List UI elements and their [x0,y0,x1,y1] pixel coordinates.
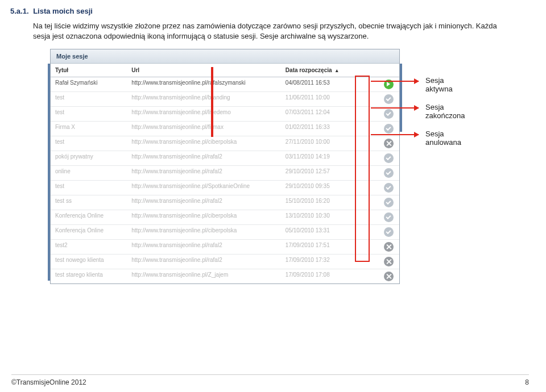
cell-title: test [51,92,127,107]
table-row[interactable]: Firma Xhttp://www.transmisjeonline.pl/fi… [51,122,399,136]
cell-date: 07/03/2011 12:04 [281,107,378,122]
cell-title: Konferencja Online [51,210,127,225]
col-url-header[interactable]: Url [127,64,281,77]
cell-url: http://www.transmisjeonline.pl/ciberpols… [127,210,281,225]
check-icon[interactable] [384,183,394,193]
cell-date: 05/10/2010 13:31 [281,225,378,240]
arrow-active [371,81,419,82]
sessions-table: Tytuł Url Data rozpoczęcia Rafał Szymańs… [51,64,399,283]
check-icon[interactable] [384,168,394,178]
cell-date: 04/08/2011 16:53 [281,77,378,92]
arrow-done [371,107,419,109]
cell-status [378,195,399,210]
close-icon[interactable] [384,257,394,266]
cell-url: http://www.transmisjeonline.pl/rafal2 [127,151,281,166]
table-row[interactable]: test sshttp://www.transmisjeonline.pl/ra… [51,195,399,210]
cell-url: http://www.transmisjeonline.pl/ciberpols… [127,136,281,151]
check-icon[interactable] [384,124,394,134]
cell-date: 03/11/2010 14:19 [281,151,378,166]
cell-date: 15/10/2010 16:20 [281,195,378,210]
cell-url: http://www.transmisjeonline.pl/ciberpols… [127,225,281,240]
cell-title: Firma X [51,122,127,136]
cell-date: 29/10/2010 09:35 [281,181,378,195]
cell-status [378,225,399,240]
cell-title: pokój prywatny [51,151,127,166]
section-title: Lista moich sesji [33,7,93,15]
cell-url: http://www.transmisjeonline.pl/rafal2 [127,166,281,181]
footer-copyright: ©TransmisjeOnline 2012 [11,378,86,386]
cell-status [378,210,399,225]
cell-title: online [51,166,127,181]
cell-status [378,92,399,107]
label-active: Sesja aktywna [425,76,453,93]
cell-title: test [51,181,127,195]
check-icon[interactable] [384,227,394,237]
table-row[interactable]: testhttp://www.transmisjeonline.pl/Spotk… [51,181,399,195]
cell-title: Konferencja Online [51,225,127,240]
table-row[interactable]: testhttp://www.transmisjeonline.pl/brand… [51,92,399,107]
label-cancel: Sesja anulowana [425,130,461,147]
cell-status [378,269,399,284]
cell-status [378,77,399,92]
cell-title: test nowego klienta [51,255,127,269]
cell-status [378,240,399,255]
section-number: 5.a.1. [10,7,29,15]
check-icon[interactable] [384,198,394,207]
cell-title: test starego klienta [51,269,127,284]
close-icon[interactable] [384,139,394,148]
cell-url: http://www.transmisjeonline.pl/livedemo [127,107,281,122]
table-row[interactable]: test starego klientahttp://www.transmisj… [51,269,399,284]
check-icon[interactable] [384,94,394,104]
check-icon[interactable] [384,153,394,163]
table-row[interactable]: test nowego klientahttp://www.transmisje… [51,255,399,269]
table-row[interactable]: Rafał Szymańskihttp://www.transmisjeonli… [51,77,399,92]
col-title-header[interactable]: Tytuł [51,64,127,77]
arrow-cancel [371,134,419,135]
table-row[interactable]: Konferencja Onlinehttp://www.transmisjeo… [51,210,399,225]
table-row[interactable]: Konferencja Onlinehttp://www.transmisjeo… [51,225,399,240]
cell-status [378,136,399,151]
cell-title: test [51,107,127,122]
cell-url: http://www.transmisjeonline.pl/rafal2 [127,240,281,255]
close-icon[interactable] [384,272,394,281]
cell-status [378,181,399,195]
check-icon[interactable] [384,212,394,222]
table-row[interactable]: onlinehttp://www.transmisjeonline.pl/raf… [51,166,399,181]
left-scroll-decor [48,64,50,281]
cell-title: Rafał Szymański [51,77,127,92]
section-body: Na tej liście widzimy wszystkie złożone … [33,21,499,41]
cell-date: 13/10/2010 10:30 [281,210,378,225]
cell-url: http://www.transmisjeonline.pl/rafalszym… [127,77,281,92]
cell-status [378,107,399,122]
page-number: 8 [525,378,529,386]
app-screenshot: Moje sesje Tytuł Url Data rozpoczęcia Ra… [50,49,400,284]
table-row[interactable]: testhttp://www.transmisjeonline.pl/lived… [51,107,399,122]
cell-status [378,151,399,166]
cell-date: 11/06/2011 10:00 [281,92,378,107]
cell-title: test ss [51,195,127,210]
table-row[interactable]: pokój prywatnyhttp://www.transmisjeonlin… [51,151,399,166]
label-done: Sesja zakończona [425,103,465,120]
cell-date: 17/09/2010 17:32 [281,255,378,269]
cell-url: http://www.transmisjeonline.pl/rafal2 [127,255,281,269]
close-icon[interactable] [384,242,394,252]
table-row[interactable]: testhttp://www.transmisjeonline.pl/ciber… [51,136,399,151]
cell-status [378,255,399,269]
check-icon[interactable] [384,109,394,119]
cell-status [378,166,399,181]
col-date-header[interactable]: Data rozpoczęcia [281,64,378,77]
table-row[interactable]: test2http://www.transmisjeonline.pl/rafa… [51,240,399,255]
cell-date: 27/11/2010 10:00 [281,136,378,151]
cell-title: test2 [51,240,127,255]
cell-title: test [51,136,127,151]
cell-date: 01/02/2011 16:33 [281,122,378,136]
cell-date: 17/09/2010 17:51 [281,240,378,255]
panel-title: Moje sesje [51,49,399,64]
cell-url: http://www.transmisjeonline.pl/rafal2 [127,195,281,210]
cell-url: http://www.transmisjeonline.pl/branding [127,92,281,107]
cell-url: http://www.transmisjeonline.pl/Spotkanie… [127,181,281,195]
col-status-header [378,64,399,77]
cell-url: http://www.transmisjeonline.pl/Z_jajem [127,269,281,284]
footer-rule [11,374,529,375]
cell-url: http://www.transmisjeonline.pl/firmax [127,122,281,136]
